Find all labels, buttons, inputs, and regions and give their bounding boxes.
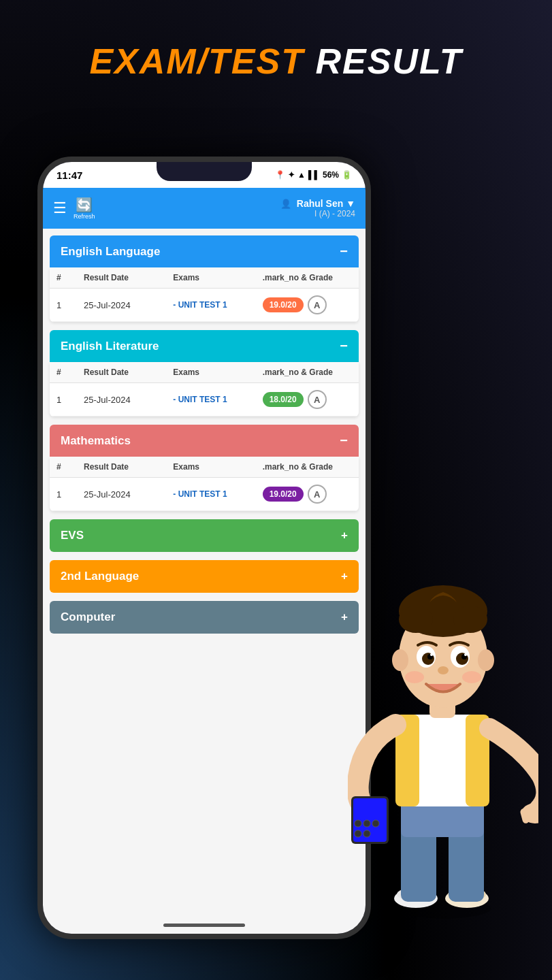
- vol-down-button: [37, 312, 39, 353]
- svg-point-37: [464, 653, 467, 656]
- col-date-1: Result Date: [84, 273, 173, 282]
- row1-grade: A: [308, 295, 327, 314]
- user-name: Rahul Sen: [297, 198, 343, 209]
- title-orange: EXAM/TEST: [89, 42, 304, 81]
- row3-marks: 19.0/20: [263, 487, 304, 502]
- svg-point-38: [438, 666, 449, 674]
- english-language-row-1: 1 25-Jul-2024 - UNIT TEST 1 19.0/20 A: [50, 289, 359, 322]
- dropdown-icon: ▼: [346, 198, 355, 209]
- phone-mockup: 11:47 📍 ✦ ▲ ▌▌ 56% 🔋 ☰ 🔄 Refresh 👤 Rahul…: [37, 157, 371, 939]
- svg-point-39: [405, 671, 424, 683]
- hamburger-menu[interactable]: ☰: [53, 199, 67, 217]
- app-header: ☰ 🔄 Refresh 👤 Rahul Sen ▼ I (A) - 2024: [43, 188, 366, 229]
- english-language-section: English Language − # Result Date Exams .…: [50, 235, 359, 322]
- mathematics-table: # Result Date Exams .mark_no & Grade 1 2…: [50, 457, 359, 511]
- col-grade-2: .mark_no & Grade: [263, 368, 352, 377]
- status-icons: 📍 ✦ ▲ ▌▌ 56% 🔋: [275, 170, 352, 180]
- header-left: ☰ 🔄 Refresh: [53, 197, 95, 220]
- row2-grade-area: 18.0/20 A: [263, 390, 352, 409]
- svg-point-40: [462, 671, 481, 683]
- english-language-table: # Result Date Exams .mark_no & Grade 1 2…: [50, 267, 359, 322]
- status-time: 11:47: [56, 169, 82, 181]
- english-literature-title: English Literature: [61, 340, 159, 353]
- user-icon: 👤: [280, 199, 291, 209]
- mathematics-title: Mathematics: [61, 434, 131, 448]
- english-language-toggle[interactable]: −: [340, 244, 348, 259]
- svg-point-28: [392, 649, 408, 671]
- silent-button: [37, 366, 39, 407]
- english-literature-table: # Result Date Exams .mark_no & Grade 1 2…: [50, 362, 359, 416]
- col-num-3: #: [56, 462, 84, 472]
- row1-grade-area: 19.0/20 A: [263, 295, 352, 314]
- app-content[interactable]: English Language − # Result Date Exams .…: [43, 229, 366, 934]
- bluetooth-icon: ✦: [288, 170, 295, 180]
- col-num-2: #: [56, 368, 84, 377]
- row2-exam: - UNIT TEST 1: [173, 395, 262, 404]
- mathematics-toggle[interactable]: −: [340, 433, 348, 448]
- computer-title: Computer: [61, 610, 115, 624]
- row3-date: 25-Jul-2024: [84, 489, 173, 500]
- col-exams-2: Exams: [173, 368, 262, 377]
- mathematics-section: Mathematics − # Result Date Exams .mark_…: [50, 425, 359, 511]
- row1-num: 1: [56, 300, 84, 310]
- row2-num: 1: [56, 395, 84, 405]
- evs-title: EVS: [61, 529, 84, 542]
- home-indicator: [163, 924, 245, 927]
- row2-grade: A: [308, 390, 327, 409]
- svg-point-18: [355, 820, 361, 827]
- row3-grade: A: [308, 485, 327, 504]
- col-exams-1: Exams: [173, 273, 262, 282]
- col-exams-3: Exams: [173, 462, 262, 472]
- svg-point-36: [430, 653, 433, 656]
- svg-rect-14: [532, 803, 538, 822]
- title-white: RESULT: [315, 42, 462, 81]
- english-literature-header[interactable]: English Literature −: [50, 330, 359, 362]
- english-literature-row-1: 1 25-Jul-2024 - UNIT TEST 1 18.0/20 A: [50, 383, 359, 416]
- col-grade-3: .mark_no & Grade: [263, 462, 352, 472]
- battery-level: 56%: [323, 170, 339, 180]
- svg-point-22: [363, 830, 370, 837]
- user-info: 👤 Rahul Sen ▼: [280, 198, 355, 209]
- character-svg: [348, 531, 538, 926]
- english-language-title: English Language: [61, 245, 160, 259]
- mathematics-row-1: 1 25-Jul-2024 - UNIT TEST 1 19.0/20 A: [50, 478, 359, 511]
- col-num-1: #: [56, 273, 84, 282]
- signal-icon: ▌▌: [308, 170, 320, 180]
- english-language-header-row: # Result Date Exams .mark_no & Grade: [50, 267, 359, 289]
- computer-section[interactable]: Computer +: [50, 601, 359, 634]
- mathematics-header[interactable]: Mathematics −: [50, 425, 359, 457]
- svg-point-27: [453, 606, 487, 633]
- svg-point-21: [355, 830, 361, 837]
- row1-date: 25-Jul-2024: [84, 300, 173, 310]
- svg-point-19: [363, 820, 370, 827]
- evs-section[interactable]: EVS +: [50, 519, 359, 552]
- mathematics-header-row: # Result Date Exams .mark_no & Grade: [50, 457, 359, 478]
- evs-toggle[interactable]: +: [341, 529, 348, 542]
- english-language-header[interactable]: English Language −: [50, 235, 359, 267]
- 3d-character: [348, 531, 538, 926]
- header-right: 👤 Rahul Sen ▼ I (A) - 2024: [280, 198, 355, 218]
- english-literature-toggle[interactable]: −: [340, 338, 348, 354]
- col-grade-1: .mark_no & Grade: [263, 273, 352, 282]
- 2nd-language-title: 2nd Language: [61, 570, 139, 583]
- wifi-icon: ▲: [297, 170, 306, 180]
- 2nd-language-section[interactable]: 2nd Language +: [50, 560, 359, 593]
- battery-icon: 🔋: [342, 170, 352, 180]
- page-title: EXAM/TEST RESULT: [0, 41, 552, 82]
- row1-exam: - UNIT TEST 1: [173, 300, 262, 310]
- row3-exam: - UNIT TEST 1: [173, 489, 262, 499]
- col-date-3: Result Date: [84, 462, 173, 472]
- computer-toggle[interactable]: +: [341, 610, 348, 624]
- 2nd-language-toggle[interactable]: +: [341, 570, 348, 583]
- col-date-2: Result Date: [84, 368, 173, 377]
- row3-grade-area: 19.0/20 A: [263, 485, 352, 504]
- power-button: [369, 298, 371, 346]
- vol-up-button: [37, 271, 39, 298]
- location-icon: 📍: [275, 170, 285, 180]
- row2-date: 25-Jul-2024: [84, 395, 173, 405]
- english-literature-header-row: # Result Date Exams .mark_no & Grade: [50, 362, 359, 383]
- english-literature-section: English Literature − # Result Date Exams…: [50, 330, 359, 416]
- refresh-button[interactable]: 🔄 Refresh: [74, 197, 95, 220]
- row3-num: 1: [56, 489, 84, 500]
- svg-point-29: [478, 649, 494, 671]
